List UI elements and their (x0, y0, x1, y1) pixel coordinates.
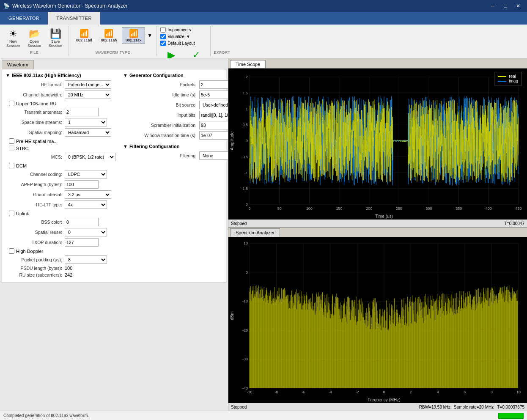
ieee-collapse-icon[interactable]: ▼ (5, 73, 10, 78)
window-transition-label: Window transition time (s): (123, 133, 199, 138)
spectrum-analyzer-tab[interactable]: Spectrum Analyzer (230, 228, 280, 237)
wave-btn-802-11ah[interactable]: 📶 802.11ah (97, 27, 121, 44)
bit-source-select[interactable]: User-defined (199, 101, 228, 109)
he-format-label: HE format: (5, 82, 65, 87)
scrambler-input[interactable] (199, 121, 228, 129)
he-ltf-label: HE-LTF type: (5, 202, 65, 207)
filtering-section-label: Filtering Configuration (129, 144, 180, 149)
pre-he-checkbox[interactable] (9, 138, 14, 144)
high-doppler-checkbox[interactable] (9, 248, 14, 254)
spectrum-body (228, 237, 527, 403)
spatial-mapping-row: Spatial mapping: Hadamard (5, 128, 120, 137)
he-ltf-row: HE-LTF type: 4x (5, 200, 120, 209)
transmit-antennas-label: Transmit antennas: (5, 110, 65, 115)
upper-106-row: Upper 106-tone RU (5, 101, 120, 106)
spectrum-canvas (228, 237, 527, 403)
channel-coding-row: Channel coding: LDPC (5, 170, 120, 178)
wave-label-802-11ax: 802.11ax (126, 38, 141, 42)
minimize-button[interactable]: ─ (487, 2, 498, 10)
visualize-dropdown-icon[interactable]: ▼ (186, 34, 190, 39)
spatial-reuse-label: Spatial reuse: (5, 230, 65, 235)
ru-size-row: RU size (subcarriers): 242 (5, 272, 120, 277)
save-session-icon: 💾 (50, 29, 61, 38)
wave-more-button[interactable]: ▼ (146, 31, 153, 40)
wave-icon-802-11ax: 📶 (129, 29, 138, 38)
generator-collapse-icon[interactable]: ▼ (123, 73, 128, 78)
stbc-checkbox[interactable] (9, 145, 14, 151)
channel-coding-select[interactable]: LDPC (65, 170, 107, 178)
status-indicator (498, 413, 524, 419)
upper-106-label: Upper 106-tone RU (16, 101, 56, 106)
tab-transmitter[interactable]: TRANSMITTER (48, 12, 100, 25)
spectrum-status: Stopped RBW=19.53 kHz Sample rate=20 MHz… (228, 403, 527, 411)
legend-imag-color (498, 81, 506, 82)
uplink-checkbox[interactable] (9, 211, 14, 216)
txop-duration-input[interactable] (65, 238, 99, 247)
main-area: Waveform ▼ IEEE 802.11ax (High Efficienc… (0, 58, 527, 411)
input-bits-input[interactable] (199, 111, 228, 119)
bss-color-input[interactable] (65, 218, 99, 226)
open-session-button[interactable]: 📂 Open Session (25, 27, 44, 50)
psdu-length-label: PSDU length (bytes): (5, 266, 65, 271)
transmit-antennas-row: Transmit antennas: (5, 108, 120, 116)
visualize-check[interactable] (160, 34, 166, 39)
space-time-select[interactable]: 1 (65, 118, 107, 126)
idle-time-label: Idle time (s): (123, 92, 199, 97)
default-layout-check[interactable] (160, 41, 166, 46)
transmit-antennas-input[interactable] (65, 108, 99, 116)
time-scope-canvas (228, 69, 527, 220)
channel-bw-select[interactable]: 20 MHz (65, 91, 111, 99)
default-layout-label: Default Layout (167, 41, 195, 46)
ieee-section-label: IEEE 802.11ax (High Efficiency) (12, 73, 81, 78)
spatial-reuse-select[interactable]: 0 (65, 228, 107, 236)
channel-bw-row: Channel bandwidth: 20 MHz (5, 91, 120, 99)
apep-row: APEP length (bytes): (5, 180, 120, 189)
save-session-button[interactable]: 💾 Save Session (46, 27, 65, 50)
packet-padding-select[interactable]: 8 (65, 255, 107, 264)
he-format-select[interactable]: Extended range ... (65, 80, 111, 89)
wave-icon-802-11ah: 📶 (104, 29, 113, 38)
idle-time-input[interactable] (199, 91, 228, 99)
window-transition-input[interactable] (199, 131, 228, 140)
time-scope-tab[interactable]: Time Scope (230, 60, 266, 68)
uplink-row: Uplink (5, 211, 120, 216)
filtering-collapse-icon[interactable]: ▼ (123, 144, 128, 149)
txop-duration-label: TXOP duration: (5, 240, 65, 245)
spatial-mapping-label: Spatial mapping: (5, 130, 65, 135)
right-col: ▼ Generator Configuration Packets: Idle … (123, 73, 228, 279)
app-title: Wireless Waveform Generator - Spectrum A… (12, 3, 127, 9)
he-ltf-select[interactable]: 4x (65, 200, 107, 209)
dcm-row: DCM (5, 163, 120, 168)
waveform-tab[interactable]: Waveform (2, 60, 34, 69)
wave-btn-802-11ad[interactable]: 📶 802.11ad (72, 27, 96, 44)
spectrum-status-text: Stopped (231, 405, 247, 409)
dcm-checkbox[interactable] (9, 163, 14, 168)
wave-btn-802-11ax[interactable]: 📶 802.11ax (122, 27, 145, 44)
spatial-mapping-select[interactable]: Hadamard (65, 128, 111, 137)
spectrum-tab-bar: Spectrum Analyzer (228, 228, 527, 237)
tab-generator[interactable]: GENERATOR (0, 12, 48, 25)
app-icon: 📡 (3, 3, 10, 9)
packets-input[interactable] (199, 80, 228, 89)
legend-imag-item: imag (498, 79, 518, 83)
guard-interval-label: Guard interval: (5, 192, 65, 197)
guard-interval-row: Guard interval: 3.2 μs (5, 190, 120, 199)
close-button[interactable]: ✕ (513, 2, 524, 10)
maximize-button[interactable]: □ (500, 2, 511, 10)
save-session-label: Save Session (49, 39, 62, 48)
guard-interval-select[interactable]: 3.2 μs (65, 190, 111, 199)
open-session-icon: 📂 (29, 29, 40, 38)
status-message: Completed generation of 802.11ax wavefor… (3, 413, 89, 418)
new-session-button[interactable]: ☀ New Session (3, 27, 23, 50)
ribbon: ☀ New Session 📂 Open Session 💾 Save Sess… (0, 25, 527, 58)
impairments-check[interactable] (160, 27, 166, 33)
wave-label-802-11ad: 802.11ad (76, 38, 92, 42)
filtering-section-title: ▼ Filtering Configuration (123, 144, 228, 149)
file-section-label: FILE (3, 50, 65, 55)
apep-input[interactable] (65, 180, 99, 189)
filtering-select[interactable]: None (199, 151, 228, 160)
mcs-select[interactable]: 0 (BPSK, 1/2 rate) (65, 153, 115, 161)
time-scope-tab-bar: Time Scope (228, 58, 527, 69)
left-panel: Waveform ▼ IEEE 802.11ax (High Efficienc… (0, 58, 228, 411)
upper-106-checkbox[interactable] (9, 101, 14, 106)
